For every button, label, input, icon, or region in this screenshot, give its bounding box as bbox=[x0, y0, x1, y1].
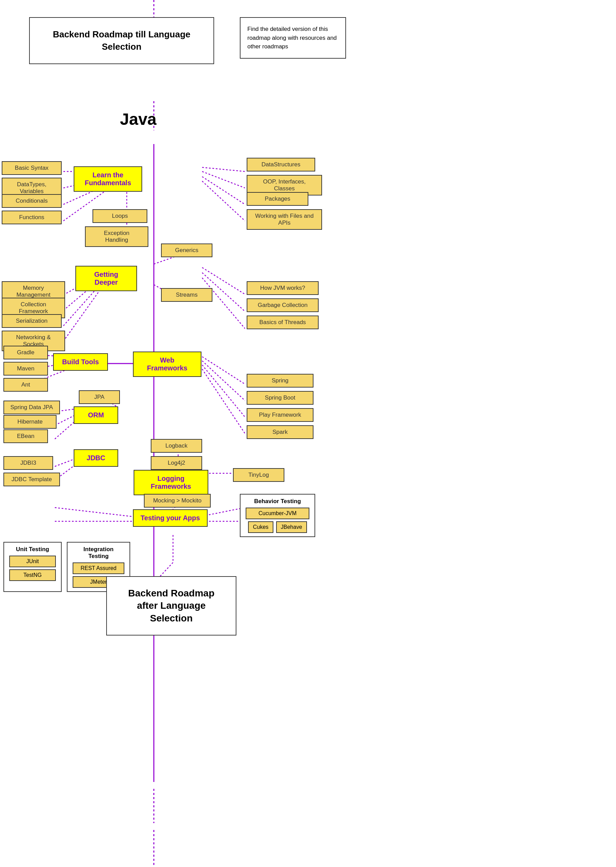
node-testing: Testing your Apps bbox=[133, 509, 207, 527]
node-ant: Ant bbox=[3, 378, 48, 392]
node-orm: ORM bbox=[74, 407, 118, 424]
svg-line-9 bbox=[202, 177, 245, 204]
title-box: Backend Roadmap till Language Selection bbox=[29, 17, 214, 64]
node-jdbc-template: JDBC Template bbox=[3, 473, 60, 486]
node-threads: Basics of Threads bbox=[247, 315, 319, 329]
node-play-framework: Play Framework bbox=[247, 408, 313, 422]
node-tinylog: TinyLog bbox=[233, 468, 284, 482]
node-hibernate: Hibernate bbox=[3, 415, 57, 429]
node-logging-frameworks: Logging Frameworks bbox=[134, 470, 208, 495]
node-spark: Spark bbox=[247, 425, 313, 439]
node-jdbc: JDBC bbox=[74, 449, 118, 467]
svg-line-27 bbox=[202, 361, 245, 400]
node-spring-boot: Spring Boot bbox=[247, 391, 313, 405]
svg-line-39 bbox=[55, 508, 144, 518]
node-garbage: Garbage Collection bbox=[247, 298, 319, 312]
node-jvm: How JVM works? bbox=[247, 281, 319, 295]
node-working-files: Working with Files and APIs bbox=[247, 209, 322, 230]
svg-line-19 bbox=[202, 278, 245, 329]
node-spring: Spring bbox=[247, 374, 313, 388]
node-spring-data-jpa: Spring Data JPA bbox=[3, 400, 60, 414]
svg-line-26 bbox=[202, 357, 245, 384]
node-learn-fundamentals: Learn the Fundamentals bbox=[74, 166, 142, 192]
node-logback: Logback bbox=[151, 439, 202, 453]
node-jdbi3: JDBI3 bbox=[3, 456, 53, 470]
node-gradle: Gradle bbox=[3, 346, 48, 359]
node-generics: Generics bbox=[161, 243, 212, 257]
node-jpa: JPA bbox=[79, 390, 120, 404]
svg-line-29 bbox=[202, 369, 245, 434]
node-log4j2: Log4j2 bbox=[151, 456, 202, 470]
node-web-frameworks: Web Frameworks bbox=[133, 352, 201, 377]
node-exception-handling: Exception Handling bbox=[85, 226, 148, 247]
svg-line-10 bbox=[202, 181, 245, 221]
svg-line-41 bbox=[202, 508, 245, 516]
info-box: Find the detailed version of this roadma… bbox=[240, 17, 346, 58]
svg-line-8 bbox=[202, 172, 245, 188]
node-loops: Loops bbox=[93, 209, 147, 223]
node-mocking: Mocking > Mockito bbox=[144, 494, 211, 508]
svg-line-28 bbox=[202, 365, 245, 417]
svg-line-7 bbox=[202, 167, 245, 172]
node-datastructures: DataStructures bbox=[247, 158, 315, 172]
node-serialization: Serialization bbox=[2, 314, 62, 328]
node-packages: Packages bbox=[247, 192, 308, 206]
node-streams: Streams bbox=[161, 288, 212, 302]
java-title: Java bbox=[120, 110, 157, 129]
node-getting-deeper: Getting Deeper bbox=[75, 266, 137, 291]
node-basic-syntax: Basic Syntax bbox=[2, 161, 62, 175]
node-conditionals: Conditionals bbox=[2, 194, 62, 208]
node-build-tools: Build Tools bbox=[53, 353, 108, 371]
node-ebean: EBean bbox=[3, 429, 48, 443]
node-behavior-testing-group: Behavior Testing Cucumber-JVM Cukes JBeh… bbox=[240, 494, 315, 537]
node-functions: Functions bbox=[2, 211, 62, 224]
node-maven: Maven bbox=[3, 362, 48, 375]
node-after-selection: Backend Roadmap after Language Selection bbox=[106, 576, 236, 635]
